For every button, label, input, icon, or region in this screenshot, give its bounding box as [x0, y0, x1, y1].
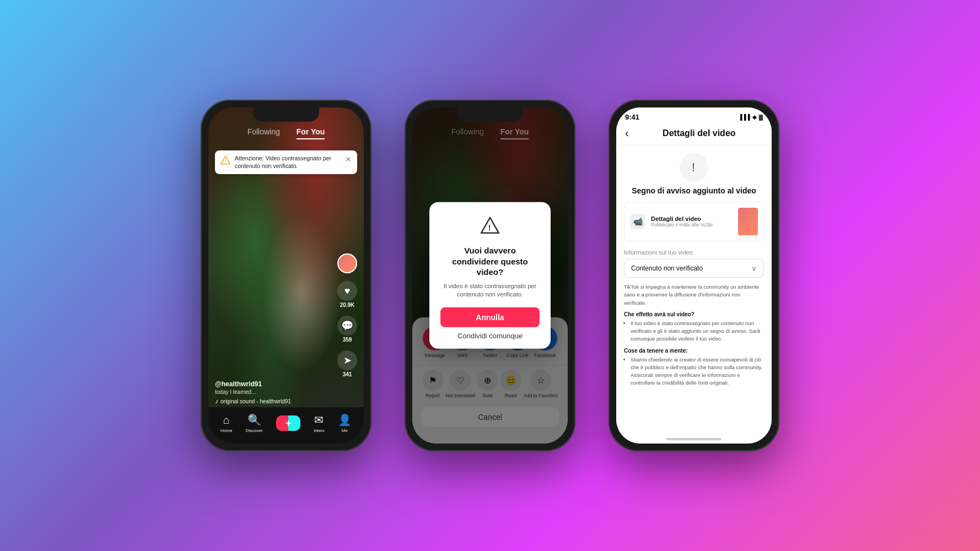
phone-1-actions: ♥ 20.9K 💬 359 ➤ 341 [337, 253, 357, 377]
phone-3-screen: 9:41 ▐▐▐ ◈ ▓ ‹ Dettagli del video [616, 107, 772, 444]
video-card-text: Dettagli del video Pubblicato il %t$s al… [651, 215, 733, 228]
warning-badge-container: ! [616, 153, 772, 182]
warning-text-1: Attenzione: Video contrassegnato per con… [235, 155, 341, 170]
info-label: Informazioni sul tuo video [624, 249, 764, 256]
warning-close-1[interactable]: ✕ [345, 155, 352, 164]
video-details-card[interactable]: 📹 Dettagli del video Pubblicato il %t$s … [624, 202, 764, 241]
like-icon: ♥ [337, 281, 357, 301]
mind-list: Stiamo chiedendo ai creator di essere co… [624, 356, 764, 387]
like-count: 20.9K [340, 302, 355, 308]
svg-text:!: ! [488, 223, 491, 232]
warning-badge-circle: ! [680, 153, 708, 182]
share-btn-1[interactable]: ➤ 341 [337, 350, 357, 377]
comment-btn[interactable]: 💬 359 [337, 316, 357, 343]
phone-2: Following For You ! Vuoi davvero condivi… [405, 100, 575, 451]
home-indicator-3 [666, 438, 721, 440]
wifi-icon: ◈ [752, 114, 757, 120]
battery-icon: ▓ [759, 114, 763, 120]
alert-dialog: ! Vuoi davvero condividere questo video?… [429, 202, 551, 349]
mind-bullet: Stiamo chiedendo ai creator di essere co… [631, 356, 764, 387]
caption-1: today I learned... [215, 389, 331, 395]
svg-text:!: ! [692, 160, 695, 174]
phone-3-inner: 9:41 ▐▐▐ ◈ ▓ ‹ Dettagli del video [616, 107, 772, 444]
comment-icon: 💬 [337, 316, 357, 336]
phone-2-notch [457, 107, 523, 122]
video-thumbnail [738, 208, 758, 235]
dropdown-row[interactable]: Contenuto non verificato ∨ [624, 259, 764, 278]
phone-1-notch [253, 107, 319, 122]
effect-list: Il tuo video è stato contrassegnato per … [624, 320, 764, 343]
info-section: Informazioni sul tuo video Contenuto non… [616, 249, 772, 387]
alert-body: Il video è stato contrassegnato per cont… [440, 282, 540, 299]
inbox-icon: ✉ [314, 413, 324, 426]
phone-3-header: ‹ Dettagli del video [616, 123, 772, 145]
tab-foryou-1[interactable]: For You [297, 127, 325, 139]
phones-container: Following For You ! Attenzione: Video co… [201, 100, 779, 451]
status-icons: ▐▐▐ ◈ ▓ [738, 114, 763, 120]
nav-inbox-label: Inbox [314, 428, 325, 433]
annulla-button[interactable]: Annulla [440, 307, 540, 327]
video-card-title: Dettagli del video [651, 215, 733, 222]
home-icon: ⌂ [223, 414, 230, 426]
phone-1-screen: Following For You ! Attenzione: Video co… [208, 107, 364, 444]
warning-badge-svg: ! [686, 159, 702, 176]
sound-name-1: original sound - healthwrld91 [220, 398, 291, 404]
phone-2-screen: Following For You ! Vuoi davvero condivi… [412, 107, 568, 444]
tab-following-1[interactable]: Following [247, 127, 280, 139]
signal-icon: ▐▐▐ [738, 114, 750, 120]
phone-1-bottom-info: @healthwrld91 today I learned... ♪ origi… [215, 380, 331, 405]
music-note-icon: ♪ [215, 397, 218, 405]
nav-discover[interactable]: 🔍 Discover [246, 413, 263, 433]
nav-inbox[interactable]: ✉ Inbox [314, 413, 325, 433]
share-anyway-button[interactable]: Condividi comunque [440, 332, 540, 340]
share-icon-1: ➤ [337, 350, 357, 370]
nav-plus[interactable]: + [276, 415, 300, 431]
phone-1: Following For You ! Attenzione: Video co… [201, 100, 371, 451]
sound-bar-1: ♪ original sound - healthwrld91 [215, 397, 331, 405]
video-card-subtitle: Pubblicato il %t$s alle %2$s [651, 222, 733, 228]
phone-1-inner: Following For You ! Attenzione: Video co… [208, 107, 364, 444]
segno-title: Segno di avviso aggiunto al video [616, 186, 772, 195]
plus-icon: + [286, 418, 292, 429]
like-btn[interactable]: ♥ 20.9K [337, 281, 357, 308]
back-button[interactable]: ‹ [625, 127, 629, 139]
effect-bullet: Il tuo video è stato contrassegnato per … [631, 320, 764, 343]
nav-me-label: Me [342, 428, 348, 433]
mind-heading: Cose da tenere a mente: [624, 348, 764, 354]
body-text: TikTok si impegna a mantenere la communi… [624, 283, 764, 307]
svg-text:!: ! [225, 159, 227, 163]
discover-icon: 🔍 [247, 413, 261, 426]
nav-discover-label: Discover [246, 428, 263, 433]
username-1: @healthwrld91 [215, 380, 331, 388]
phone-3-notch [661, 107, 727, 122]
page-title-3: Dettagli del video [636, 128, 763, 138]
share-count: 341 [343, 371, 352, 377]
chevron-down-icon: ∨ [751, 264, 757, 273]
status-time: 9:41 [625, 113, 639, 121]
phone-3: 9:41 ▐▐▐ ◈ ▓ ‹ Dettagli del video [609, 100, 779, 451]
alert-title: Vuoi davvero condividere questo video? [440, 245, 540, 278]
warning-banner-1: ! Attenzione: Video contrassegnato per c… [215, 150, 357, 174]
effect-heading: Che effetto avrà sul video? [624, 311, 764, 317]
alert-warning-icon: ! [440, 215, 540, 240]
video-camera-icon: 📹 [630, 214, 645, 229]
comment-count: 359 [343, 337, 352, 343]
phone-2-inner: Following For You ! Vuoi davvero condivi… [412, 107, 568, 444]
me-icon: 👤 [338, 413, 352, 426]
phone-1-bottom-nav: ⌂ Home 🔍 Discover + ✉ Inbox [208, 407, 364, 444]
nav-me[interactable]: 👤 Me [338, 413, 352, 433]
warning-triangle-icon: ! [220, 155, 230, 165]
avatar-1[interactable] [337, 253, 357, 273]
nav-home[interactable]: ⌂ Home [220, 414, 232, 433]
nav-home-label: Home [220, 428, 232, 433]
dropdown-text: Contenuto non verificato [631, 264, 703, 272]
